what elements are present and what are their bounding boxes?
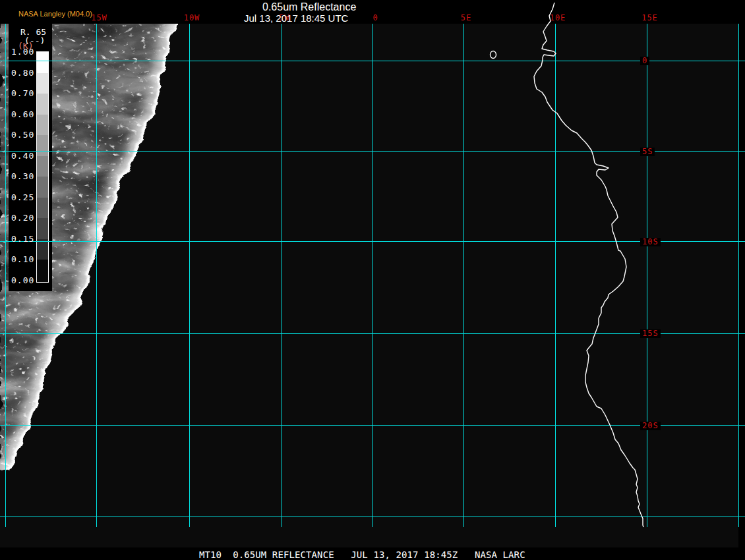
- longitude-label: 10W: [184, 14, 200, 22]
- image-timestamp: Jul 13, 2017 18:45 UTC: [244, 13, 348, 24]
- latitude-label: 0: [640, 57, 649, 65]
- longitude-label: 10E: [550, 14, 566, 22]
- latitude-label: 20S: [640, 422, 661, 430]
- colorbar-segment: [37, 94, 48, 115]
- legend-tick-label: 0.20: [11, 213, 34, 223]
- longitude-label: 15E: [641, 14, 658, 22]
- legend-tick-label: 0.50: [11, 130, 34, 140]
- colorbar-segment: [37, 260, 48, 282]
- legend-tick-label: 0.00: [11, 275, 34, 285]
- colorbar-segment: [37, 218, 48, 239]
- legend-tick-label: 0.60: [11, 109, 34, 119]
- longitude-label: 5E: [461, 14, 471, 22]
- legend-tick-label: 0.15: [11, 234, 34, 244]
- legend-tick-label: 0.40: [11, 151, 34, 161]
- legend-tick-label: 0.25: [11, 192, 34, 202]
- colorbar: [36, 51, 49, 283]
- legend-units: (--): [24, 36, 45, 45]
- satellite-image-product: R. 65 (K) (--) 1.000.800.700.600.500.400…: [0, 0, 745, 560]
- colorbar-segment: [37, 135, 48, 156]
- legend-tick-label: 0.10: [11, 254, 34, 264]
- legend-tick-label: 1.00: [11, 47, 34, 57]
- longitude-label: 15W: [91, 14, 107, 22]
- credit-label: NASA Langley (M04.0): [18, 10, 92, 18]
- colorbar-segment: [37, 115, 48, 136]
- latitude-label: 15S: [640, 329, 661, 338]
- latitude-label: 5S: [640, 148, 655, 156]
- colorbar-segment: [37, 52, 48, 73]
- colorbar-segment: [37, 156, 48, 177]
- legend-tick-label: 0.80: [11, 68, 34, 78]
- latitude-label: 10S: [640, 238, 661, 246]
- colorbar-segment: [37, 198, 48, 219]
- legend-tick-label: 0.70: [11, 88, 34, 98]
- legend-tick-label: 0.30: [11, 171, 34, 181]
- colorbar-segment: [37, 177, 48, 198]
- image-area: [0, 24, 738, 547]
- colorbar-segment: [37, 239, 48, 260]
- image-title: 0.65um Reflectance: [262, 1, 356, 13]
- longitude-label: 0: [372, 14, 378, 22]
- footer-caption: MT10 0.65UM REFLECTANCE JUL 13, 2017 18:…: [199, 550, 525, 559]
- colorbar-segment: [37, 73, 48, 94]
